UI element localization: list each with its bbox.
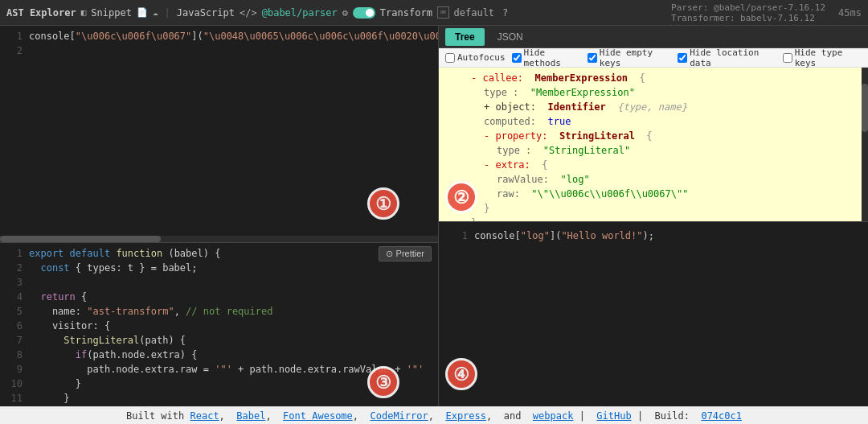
tree-line: type : "MemberExpression" [445,85,862,100]
hide-type-keys-option[interactable]: Hide type keys [783,47,862,68]
react-link[interactable]: React [190,410,219,422]
hide-empty-keys-checkbox[interactable] [588,53,597,63]
right-panel: Tree JSON Autofocus Hide methods Hide em… [439,26,868,406]
tab-tree[interactable]: Tree [445,28,485,46]
help-button[interactable]: ? [499,6,511,20]
hide-methods-option[interactable]: Hide methods [512,47,581,68]
snippet-icon: ◧ [81,7,87,18]
hide-empty-keys-option[interactable]: Hide empty keys [588,47,671,68]
tree-line: raw: "\"\\u006c\\u006f\\u0067\"" [445,187,862,201]
tree-line: - callee: MemberExpression { [445,71,862,85]
execution-time: 45ms [838,7,862,19]
footer: Built with React, Babel, Font Awesome, C… [0,406,868,424]
ast-tree-view[interactable]: - callee: MemberExpression { type : "Mem… [439,68,868,221]
tree-line: } [445,216,862,221]
main-area: 1 console["\u006c\u006f\u0067"]("\u0048\… [0,26,868,406]
font-awesome-link[interactable]: Font Awesome [283,410,353,422]
options-bar: Autofocus Hide methods Hide empty keys H… [439,48,868,68]
left-panel: 1 console["\u006c\u006f\u0067"]("\u0048\… [0,26,439,406]
toggle[interactable] [353,7,375,19]
build-hash-link[interactable]: 074c0c1 [701,410,742,422]
keyboard-icon: ⌨ [437,6,449,19]
default-label: default [454,7,495,19]
autofocus-option[interactable]: Autofocus [445,52,506,63]
snippet-label: Snippet [91,7,132,19]
tree-line: computed: true [445,114,862,129]
code-icon: </> [240,7,257,19]
tab-json[interactable]: JSON [488,28,533,46]
codemirror-link[interactable]: CodeMirror [371,410,428,422]
parser-label: @babel/parser [262,7,338,19]
babel-link[interactable]: Babel [236,410,265,422]
right-tabs: Tree JSON [439,26,868,48]
hide-location-option[interactable]: Hide location data [678,47,776,68]
file-icon: 📄 [137,7,148,18]
annotation-4: ④ [445,358,477,390]
tree-line: - property: StringLiteral { [445,129,862,143]
annotation-2: ② [445,181,477,213]
vertical-scrollbar[interactable] [862,68,868,221]
line-num-1: 1 [6,29,23,43]
prettier-button[interactable]: ⊙ Prettier [379,246,432,261]
tree-line: rawValue: "log" [445,172,862,187]
horizontal-scrollbar[interactable] [0,236,438,242]
transform-code-area[interactable]: ⊙ Prettier 1 export default function (ba… [0,243,438,406]
annotation-3: ③ [367,366,399,398]
line-num-2: 2 [6,43,23,58]
hide-type-keys-checkbox[interactable] [783,53,792,63]
top-bar: AST Explorer ◧ Snippet 📄 ☁ | JavaScript … [0,0,868,26]
ast-code-line1: console["\u006c\u006f\u0067"]("\u0048\u0… [29,29,438,43]
tree-line: - extra: { [445,158,862,172]
output-area[interactable]: 1 console["log"]("Hello world!"); ④ [439,221,868,406]
parser-info: Parser: @babel/parser-7.16.12 Transforme… [671,2,825,23]
ast-input-area[interactable]: 1 console["\u006c\u006f\u0067"]("\u0048\… [0,26,438,243]
express-link[interactable]: Express [445,410,486,422]
hide-methods-checkbox[interactable] [512,53,522,63]
webpack-link[interactable]: webpack [533,410,574,422]
javascript-label: JavaScript [177,7,235,19]
gear-icon[interactable]: ⚙ [342,7,348,19]
annotation-1: ① [367,187,399,220]
cloud-icon: ☁ [153,7,158,18]
github-link[interactable]: GitHub [596,410,631,422]
ast-explorer-label: AST Explorer [6,7,76,19]
transform-label: Transform [380,7,432,19]
separator1: | [165,7,170,19]
autofocus-checkbox[interactable] [445,53,455,63]
tree-line: + object: Identifier {type, name} [445,100,862,114]
hide-location-checkbox[interactable] [678,53,687,63]
tree-line: type : "StringLiteral" [445,143,862,158]
output-code: console["log"]("Hello world!"); [474,228,654,243]
tree-line: } [445,201,862,216]
